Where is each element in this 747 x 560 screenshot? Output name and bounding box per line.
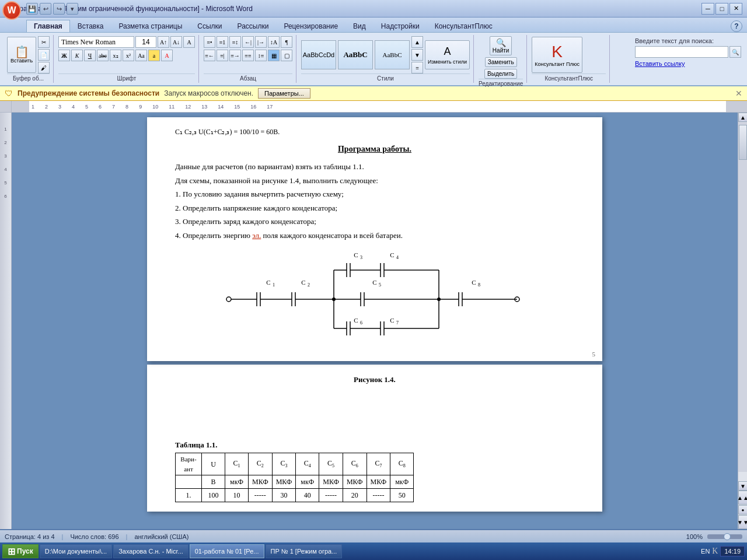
borders-button[interactable]: ▢ — [281, 50, 292, 61]
svg-text:C: C — [354, 317, 358, 324]
undo-qa-button[interactable]: ↩ — [40, 3, 51, 15]
minimize-button[interactable]: ─ — [701, 3, 714, 15]
tab-page-layout[interactable]: Разметка страницы — [111, 20, 190, 32]
superscript-button[interactable]: x² — [123, 50, 134, 61]
zoom-thumb[interactable] — [724, 533, 731, 540]
start-button[interactable]: ⊞ Пуск — [2, 544, 39, 558]
taskbar-item-3[interactable]: 01-работа № 01 [Ре... — [190, 544, 264, 558]
document-page-2[interactable]: Рисунок 1.4. Таблица 1.1. Вари-ант U C1 … — [147, 365, 602, 512]
style-heading2[interactable]: AaBbC — [375, 40, 410, 69]
increase-indent-button[interactable]: |→ — [255, 36, 267, 48]
figure-space — [175, 393, 574, 439]
replace-button[interactable]: Заменить — [485, 57, 517, 67]
font-name-input[interactable] — [58, 36, 134, 48]
bold-button[interactable]: Ж — [58, 50, 70, 61]
tab-home[interactable]: Главная — [26, 20, 70, 32]
styles-more[interactable]: ≡ — [411, 62, 423, 74]
decrease-indent-button[interactable]: ←| — [242, 36, 254, 48]
tab-mailings[interactable]: Рассылки — [230, 20, 277, 32]
office-button[interactable]: W — [2, 1, 21, 20]
multilevel-list-button[interactable]: ≡↕ — [229, 36, 241, 48]
strikethrough-button[interactable]: аbc — [97, 50, 109, 61]
format-painter-button[interactable]: 🖌 — [38, 62, 50, 74]
security-options-button[interactable]: Параметры... — [258, 88, 310, 99]
page-up-button[interactable]: ▲▲ — [738, 491, 747, 505]
security-label: Предупреждение системы безопасности — [18, 89, 159, 97]
numbering-button[interactable]: ≡1 — [217, 36, 228, 48]
find-button[interactable]: 🔍 Найти — [490, 36, 512, 55]
italic-button[interactable]: К — [71, 50, 83, 61]
font-case-button[interactable]: Аа — [135, 50, 147, 61]
shading-button[interactable]: ▦ — [268, 50, 280, 61]
style-normal[interactable]: AaBbCcDd — [301, 40, 336, 69]
close-button[interactable]: ✕ — [729, 3, 742, 15]
scroll-track[interactable] — [738, 122, 747, 472]
font-size-up-button[interactable]: A↑ — [158, 36, 169, 48]
font-highlight-button[interactable]: а — [148, 50, 160, 61]
select-button[interactable]: Выделить — [484, 69, 517, 79]
document-page-1[interactable]: C₁ C₂,₃ U(C₁+C₂,₃) = 100/10 = 60В. Прогр… — [147, 117, 602, 361]
clipboard-group: 📋 Вставить ✂ 📄 🖌 Буфер об... — [4, 35, 54, 83]
font-color-button[interactable]: А — [161, 50, 173, 61]
search-area: Введите текст для поиска: 🔍 Вставить ссы… — [633, 35, 743, 83]
font-size-input[interactable] — [135, 36, 156, 48]
sep2: | — [126, 533, 128, 540]
underline-button[interactable]: Ч — [84, 50, 96, 61]
subscript-button[interactable]: x₂ — [110, 50, 121, 61]
taskbar-item-2[interactable]: Захарова С.н. - Micr... — [113, 544, 189, 558]
clear-format-button[interactable]: A — [183, 36, 195, 48]
status-bar: Страница: 4 из 4 | Число слов: 696 | анг… — [0, 530, 747, 542]
sort-button[interactable]: ↕A — [268, 36, 280, 48]
taskbar-item-4[interactable]: ПР № 1 [Режим огра... — [266, 544, 343, 558]
maximize-button[interactable]: □ — [715, 3, 728, 15]
tab-insert[interactable]: Вставка — [70, 20, 111, 32]
main-area: 123456 C₁ C₂,₃ U(C₁+C₂,₃) = 100/10 = 60В… — [0, 113, 747, 529]
tab-konsultant[interactable]: КонсультантПлюс — [427, 20, 500, 32]
scroll-up-button[interactable]: ▲ — [738, 113, 747, 122]
font-label: Шрифт — [58, 74, 195, 82]
page-down-button[interactable]: ▼▼ — [738, 515, 747, 529]
top-formula: C₁ C₂,₃ U(C₁+C₂,₃) = 100/10 = 60В. — [175, 127, 574, 137]
para-3: 1. По условию задания вычертить расчетну… — [175, 188, 574, 200]
paste-button[interactable]: 📋 Вставить — [7, 37, 36, 73]
tab-addins[interactable]: Надстройки — [374, 20, 427, 32]
bullets-button[interactable]: ≡• — [204, 36, 215, 48]
security-close-button[interactable]: ✕ — [735, 89, 742, 98]
styles-scroll-down[interactable]: ▼ — [411, 49, 423, 61]
copy-button[interactable]: 📄 — [38, 49, 50, 61]
svg-text:5: 5 — [379, 282, 381, 288]
change-styles-button[interactable]: A Изменить стили — [425, 40, 470, 69]
style-heading1[interactable]: AaBbC — [338, 40, 373, 69]
insert-link-button[interactable]: Вставить ссылку — [635, 60, 741, 67]
svg-text:C: C — [301, 279, 305, 286]
scroll-down-button[interactable]: ▼ — [738, 481, 747, 491]
align-right-button[interactable]: ≡→ — [229, 50, 241, 61]
clipboard-label: Буфер об... — [7, 74, 50, 82]
line-spacing-button[interactable]: ↕≡ — [255, 50, 267, 61]
tab-review[interactable]: Рецензирование — [276, 20, 345, 32]
tab-view[interactable]: Вид — [345, 20, 374, 32]
qa-dropdown[interactable]: ▾ — [67, 3, 78, 15]
scroll-thumb[interactable] — [739, 125, 747, 160]
align-left-button[interactable]: ≡← — [204, 50, 215, 61]
save-qa-button[interactable]: 💾 — [26, 3, 38, 15]
styles-scroll-up[interactable]: ▲ — [411, 36, 423, 48]
align-center-button[interactable]: ≡| — [217, 50, 228, 61]
page-status: Страница: 4 из 4 — [5, 533, 55, 540]
zoom-slider[interactable] — [707, 534, 742, 539]
tab-references[interactable]: Ссылки — [190, 20, 229, 32]
konsultant-button[interactable]: K Консультант Плюс — [532, 37, 582, 73]
select-browse-button[interactable]: ● — [738, 505, 747, 514]
cut-button[interactable]: ✂ — [38, 36, 50, 48]
taskbar-item-1[interactable]: D:\Мои документы\... — [40, 544, 112, 558]
search-button[interactable]: 🔍 — [729, 46, 741, 58]
sep1: | — [62, 533, 64, 540]
security-icon: 🛡 — [5, 89, 13, 98]
search-input[interactable] — [635, 46, 728, 58]
redo-qa-button[interactable]: ↪ — [53, 3, 65, 15]
para-1: Данные для расчетов (по вариантам) взять… — [175, 161, 574, 173]
font-size-down-button[interactable]: A↓ — [170, 36, 182, 48]
show-marks-button[interactable]: ¶ — [281, 36, 292, 48]
justify-button[interactable]: ≡≡ — [242, 50, 254, 61]
help-button[interactable]: ? — [731, 20, 742, 32]
